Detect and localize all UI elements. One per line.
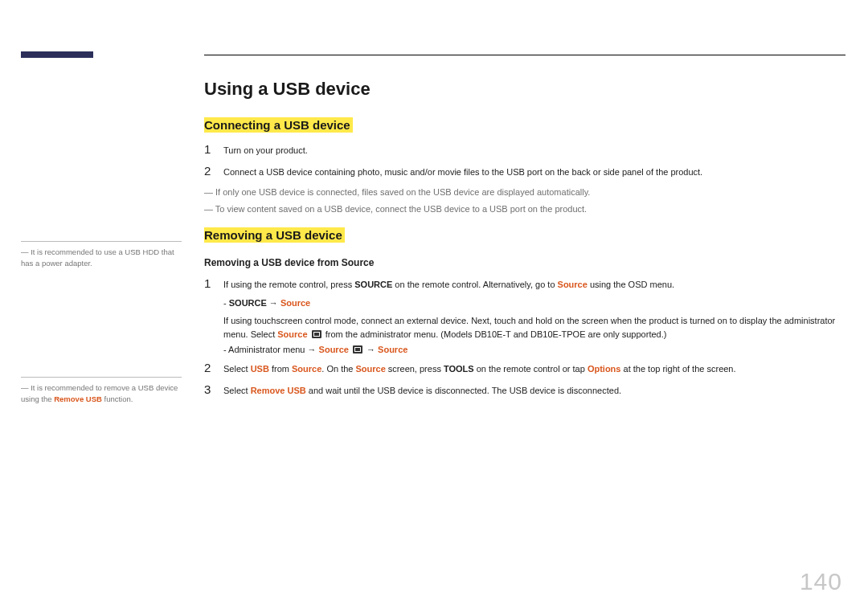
text: It is recommended to use a USB HDD that … [21, 247, 174, 268]
step-number: 2 [204, 361, 223, 374]
source-icon [353, 345, 362, 353]
remove-usb-label: Remove USB [54, 394, 102, 403]
source-label: Source [378, 345, 407, 354]
options-label: Options [588, 364, 621, 374]
text: If using the remote control, press [223, 280, 354, 289]
tools-keyword: TOOLS [444, 364, 474, 374]
text: function. [102, 394, 133, 403]
accent-bar [21, 51, 93, 58]
removing-subheading: Removing a USB device from Source [204, 257, 855, 268]
source-label: Source [292, 364, 321, 374]
source-label: Source [356, 364, 386, 374]
step-text: If using the remote control, press SOURC… [223, 278, 855, 292]
step-text: Connect a USB device containing photo, m… [223, 166, 855, 179]
arrow: → [364, 345, 378, 354]
page-title: Using a USB device [204, 79, 855, 100]
source-keyword: SOURCE [229, 298, 267, 308]
step-text: Select USB from Source. On the Source sc… [223, 362, 855, 376]
arrow: → [267, 298, 280, 308]
source-label: Source [280, 298, 310, 308]
source-icon [312, 330, 321, 338]
connect-note-1: If only one USB device is connected, fil… [204, 186, 855, 200]
text: at the top right of the screen. [620, 364, 735, 374]
source-label: Source [558, 280, 588, 289]
source-keyword: SOURCE [354, 280, 392, 289]
remove-usb-label: Remove USB [251, 386, 306, 395]
section-removing: Removing a USB device Removing a USB dev… [204, 227, 855, 398]
text: - [223, 298, 229, 308]
sidebar-note-hdd: ― It is recommended to use a USB HDD tha… [21, 241, 182, 270]
page-number: 140 [800, 568, 842, 595]
step-number: 2 [204, 164, 223, 178]
text: using the OSD menu. [588, 280, 674, 289]
touchscreen-note: If using touchscreen control mode, conne… [223, 314, 855, 341]
text: Select [223, 386, 251, 395]
connecting-heading: Connecting a USB device [204, 117, 353, 133]
text: on the remote control or tap [474, 364, 588, 374]
section-connecting: Connecting a USB device 1 Turn on your p… [204, 117, 855, 216]
remove-step-3: 3 Select Remove USB and wait until the U… [204, 382, 855, 398]
text: - Administrator menu → [223, 345, 319, 354]
menu-path-2: - Administrator menu → Source → Source [223, 345, 855, 354]
step-number: 1 [204, 276, 223, 290]
connect-note-2: To view content saved on a USB device, c… [204, 202, 855, 217]
text: Select [223, 364, 251, 374]
top-rule [204, 55, 845, 55]
text: and wait until the USB device is disconn… [306, 386, 621, 395]
connect-step-1: 1 Turn on your product. [204, 142, 855, 157]
text: from [269, 364, 292, 374]
connect-step-2: 2 Connect a USB device containing photo,… [204, 164, 855, 179]
usb-label: USB [251, 364, 269, 374]
step-text: Turn on your product. [223, 144, 855, 157]
step-number: 3 [204, 382, 223, 396]
text: on the remote control. Alternatively, go… [392, 280, 557, 289]
content-column: Using a USB device Connecting a USB devi… [204, 79, 855, 405]
step-number: 1 [204, 142, 223, 156]
remove-step-2: 2 Select USB from Source. On the Source … [204, 361, 855, 376]
manual-page: Using a USB device Connecting a USB devi… [0, 0, 868, 613]
sidebar-note-remove: ― It is recommended to remove a USB devi… [21, 377, 182, 406]
text: screen, press [386, 364, 444, 374]
menu-path-1: - SOURCE → Source [223, 298, 855, 308]
remove-step-1: 1 If using the remote control, press SOU… [204, 276, 855, 292]
removing-heading: Removing a USB device [204, 227, 345, 243]
source-label: Source [277, 329, 307, 339]
source-label: Source [319, 345, 349, 354]
text: from the administrator menu. (Models DB1… [326, 329, 667, 339]
step-text: Select Remove USB and wait until the USB… [223, 384, 855, 398]
text: . On the [321, 364, 355, 374]
